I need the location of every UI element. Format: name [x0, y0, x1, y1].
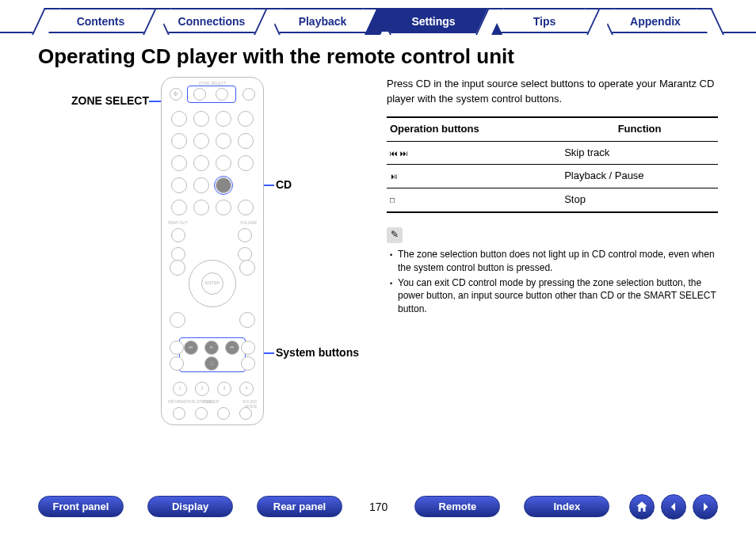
index-button[interactable]: Index: [524, 496, 609, 517]
source-btn: [171, 133, 187, 149]
misc-btn: [217, 407, 230, 420]
table-func: Stop: [561, 188, 718, 212]
operation-table: Operation buttons Function ⏮ ⏭ Skip trac…: [387, 116, 718, 213]
prev-page-icon[interactable]: [661, 494, 686, 520]
notes-list: The zone selection button does not light…: [387, 248, 718, 316]
table-row: ⏯ Playback / Pause: [387, 165, 718, 188]
misc-btn: [173, 407, 185, 420]
cd-source-button: [216, 177, 231, 193]
zone-select-tiny-label: ZONE SELECT: [199, 81, 227, 86]
tab-appendix[interactable]: Appendix: [600, 8, 711, 32]
source-btn: [193, 111, 209, 127]
smart-select-1: 1: [173, 382, 187, 396]
callout-system-buttons: System buttons: [276, 346, 359, 359]
source-btn: [171, 200, 187, 215]
power-button: ⏻: [170, 88, 182, 101]
table-header-func: Function: [561, 117, 718, 141]
source-btn: [193, 133, 209, 149]
source-btn: [171, 111, 187, 127]
source-btn: [238, 155, 254, 171]
skip-icons: ⏮ ⏭: [390, 148, 437, 160]
remote-button[interactable]: Remote: [414, 496, 500, 517]
remote-diagram-column: ZONE SELECT CD System buttons ZONE SELEC…: [38, 77, 371, 425]
source-btn: [171, 177, 187, 193]
tiny-label: DIMMER: [203, 399, 219, 404]
source-btn: [216, 200, 231, 215]
misc-btn: [170, 341, 184, 355]
misc-btn: [238, 228, 252, 242]
enter-button: ENTER: [201, 272, 223, 295]
source-btn: [238, 200, 254, 215]
rear-panel-button[interactable]: Rear panel: [257, 496, 342, 517]
intro-text: Press CD in the input source select butt…: [387, 77, 718, 107]
tiny-label: VOLUME: [240, 220, 257, 225]
content-column: Press CD in the input source select butt…: [387, 77, 718, 425]
pencil-note-icon: ✎: [387, 227, 403, 243]
misc-btn: [170, 356, 184, 371]
tab-tips[interactable]: Tips: [489, 8, 600, 32]
source-btn: [193, 200, 209, 215]
next-page-icon[interactable]: [693, 494, 718, 520]
source-btn: [216, 155, 231, 171]
misc-btn: [171, 228, 185, 242]
misc-btn: [195, 407, 208, 420]
source-btn: [171, 155, 187, 171]
zone-button-main: [193, 88, 206, 101]
tab-connections[interactable]: Connections: [156, 8, 267, 32]
note-item: You can exit CD control mode by pressing…: [390, 276, 718, 316]
smart-select-4: 4: [239, 382, 254, 396]
smart-select-2: 2: [195, 382, 209, 396]
nav-corner: [239, 312, 255, 328]
misc-btn: [241, 341, 255, 355]
aux-button: [242, 88, 255, 101]
source-btn: [216, 111, 231, 127]
zone-button-zone2: [216, 88, 228, 101]
stop-icon: □: [390, 195, 437, 207]
source-btn: [238, 111, 254, 127]
tab-playback[interactable]: Playback: [267, 8, 378, 32]
skip-prev-button: ⏮: [184, 341, 198, 355]
note-item: The zone selection button does not light…: [390, 248, 718, 275]
remote-body: ZONE SELECT ⏻: [161, 77, 264, 425]
play-pause-icon: ⏯: [390, 171, 437, 183]
callout-cd: CD: [276, 178, 292, 191]
page-number: 170: [366, 501, 391, 513]
bottom-bar: Front panel Display Rear panel 170 Remot…: [0, 496, 756, 517]
misc-btn: [239, 407, 252, 420]
nav-corner: [239, 260, 255, 276]
smart-select-3: 3: [217, 382, 231, 396]
misc-btn: [241, 356, 255, 371]
tiny-label: HDMI OUT: [168, 220, 188, 225]
home-icon[interactable]: [629, 494, 655, 520]
top-tab-bar: Contents Connections Playback Settings T…: [0, 0, 756, 33]
source-btn: [193, 177, 209, 193]
play-pause-button: ⏯: [204, 341, 219, 355]
display-button[interactable]: Display: [147, 496, 233, 517]
table-func: Playback / Pause: [561, 165, 718, 188]
tab-settings[interactable]: Settings: [378, 8, 489, 32]
source-btn: [216, 133, 231, 149]
source-btn: [193, 155, 209, 171]
table-row: □ Stop: [387, 188, 718, 212]
table-header-ops: Operation buttons: [387, 117, 561, 141]
table-row: ⏮ ⏭ Skip track: [387, 141, 718, 165]
source-btn: [238, 133, 254, 149]
page-title: Operating CD player with the remote cont…: [0, 33, 756, 74]
table-func: Skip track: [561, 141, 718, 165]
nav-corner: [170, 260, 185, 276]
tab-contents[interactable]: Contents: [45, 8, 156, 32]
front-panel-button[interactable]: Front panel: [38, 496, 124, 517]
skip-next-button: ⏭: [225, 341, 239, 355]
stop-button: ◻: [204, 356, 219, 371]
nav-corner: [170, 312, 185, 328]
callout-zone-select: ZONE SELECT: [38, 94, 149, 107]
